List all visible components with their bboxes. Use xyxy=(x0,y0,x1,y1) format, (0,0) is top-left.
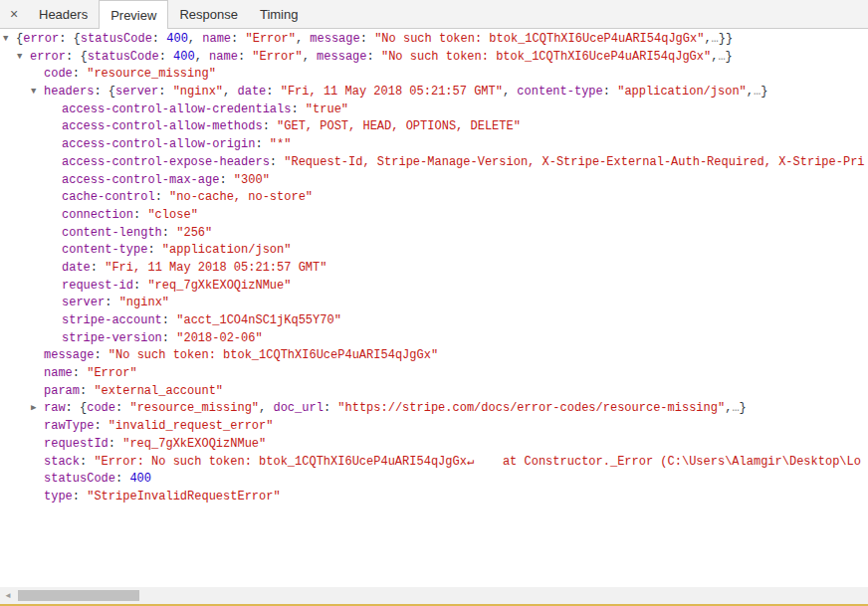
json-string: "StripeInvalidRequestError" xyxy=(87,490,280,504)
json-key: content-type xyxy=(517,85,602,99)
tree-row[interactable]: stripe-version: "2018-02-06" xyxy=(0,330,868,348)
json-key: content-length xyxy=(62,226,162,240)
json-punct: : xyxy=(162,331,176,345)
tree-row[interactable]: content-length: "256" xyxy=(0,225,868,243)
tree-row[interactable]: message: "No such token: btok_1CQThXI6Uc… xyxy=(0,347,868,365)
horizontal-scrollbar[interactable]: ◄ xyxy=(0,587,868,604)
json-string: "Request-Id, Stripe-Manage-Version, X-St… xyxy=(284,155,864,169)
json-punct: , xyxy=(503,85,517,99)
json-punct: : xyxy=(324,401,337,415)
json-punct: : { xyxy=(94,85,115,99)
tree-row[interactable]: request-id: "req_7gXkEXOQizNMue" xyxy=(0,278,868,296)
tree-row[interactable]: stack: "Error: No such token: btok_1CQTh… xyxy=(0,454,868,472)
json-punct: : xyxy=(73,366,87,380)
tab-response[interactable]: Response xyxy=(168,0,249,28)
expander-down-icon[interactable]: ▼ xyxy=(17,49,30,67)
scroll-left-arrow-icon[interactable]: ◄ xyxy=(4,591,12,600)
json-key: headers xyxy=(44,85,94,99)
json-key: doc_url xyxy=(273,401,323,415)
json-key: code xyxy=(87,401,115,415)
json-punct: : xyxy=(219,173,233,187)
json-ellipsis: … xyxy=(712,32,719,46)
json-punct: , xyxy=(259,401,273,415)
json-punct: : xyxy=(603,85,617,99)
devtools-network-detail-pane: × Headers Preview Response Timing ▼{erro… xyxy=(0,0,868,606)
expander-down-icon[interactable]: ▼ xyxy=(31,84,44,101)
tree-row[interactable]: code: "resource_missing" xyxy=(0,66,868,84)
json-punct: : xyxy=(266,85,280,99)
json-punct: : xyxy=(367,50,381,64)
json-string: "No such token: btok_1CQThXI6UceP4uARI54… xyxy=(108,348,438,362)
json-string: "No such token: btok_1CQThXI6UceP4uARI54… xyxy=(381,50,711,64)
json-string: "invalid_request_error" xyxy=(108,419,274,433)
json-string: "Error" xyxy=(87,366,136,380)
tree-row[interactable]: stripe-account: "acct_1CO4nSC1jKq55Y70" xyxy=(0,312,868,330)
json-key: stripe-version xyxy=(62,331,162,345)
tree-row[interactable]: rawType: "invalid_request_error" xyxy=(0,418,868,436)
tree-row[interactable]: statusCode: 400 xyxy=(0,471,868,489)
tree-row[interactable]: server: "nginx" xyxy=(0,295,868,312)
json-key: content-type xyxy=(62,243,147,257)
json-key: statusCode xyxy=(88,50,159,64)
tree-row[interactable]: cache-control: "no-cache, no-store" xyxy=(0,189,868,207)
tree-row[interactable]: connection: "close" xyxy=(0,207,868,225)
json-punct: , xyxy=(303,50,317,64)
tree-row[interactable]: ▶raw: {code: "resource_missing", doc_url… xyxy=(0,400,868,418)
close-icon[interactable]: × xyxy=(0,0,28,28)
json-key: cache-control xyxy=(62,190,155,204)
json-punct: : xyxy=(270,155,284,169)
json-key: server xyxy=(62,296,105,309)
json-string: "nginx" xyxy=(119,296,169,309)
tree-row[interactable]: access-control-expose-headers: "Request-… xyxy=(0,154,868,172)
json-string: "acct_1CO4nSC1jKq55Y70" xyxy=(176,313,341,327)
json-string: "Error: No such token: btok_1CQThXI6UceP… xyxy=(94,455,861,469)
json-ellipsis: … xyxy=(718,50,725,64)
scroll-thumb[interactable] xyxy=(18,590,139,601)
tab-timing[interactable]: Timing xyxy=(249,0,310,28)
json-string: "Fri, 11 May 2018 05:21:57 GMT" xyxy=(105,261,326,275)
json-punct: , xyxy=(188,32,202,46)
tree-row[interactable]: access-control-allow-origin: "*" xyxy=(0,136,868,154)
json-key: request-id xyxy=(62,279,133,293)
json-string: "*" xyxy=(270,137,292,151)
json-key: name xyxy=(209,50,238,64)
tree-row[interactable]: ▼error: {statusCode: 400, name: "Error",… xyxy=(0,49,868,67)
json-punct: } xyxy=(760,85,767,99)
json-key: access-control-expose-headers xyxy=(62,155,270,169)
json-punct: : xyxy=(263,119,277,133)
json-string: "resource_missing" xyxy=(129,401,259,415)
json-key: error xyxy=(23,32,59,46)
json-punct: , xyxy=(223,85,237,99)
json-key: statusCode xyxy=(81,32,152,46)
json-string: "No such token: btok_1CQThXI6UceP4uARI54… xyxy=(374,32,704,46)
tree-row[interactable]: requestId: "req_7gXkEXOQizNMue" xyxy=(0,436,868,454)
tree-row[interactable]: param: "external_account" xyxy=(0,383,868,401)
json-string: "GET, POST, HEAD, OPTIONS, DELETE" xyxy=(277,119,521,133)
expander-down-icon[interactable]: ▼ xyxy=(3,31,16,49)
tree-row[interactable]: content-type: "application/json" xyxy=(0,242,868,260)
json-punct: : xyxy=(255,137,269,151)
json-string: "req_7gXkEXOQizNMue" xyxy=(147,279,291,293)
json-key: access-control-allow-methods xyxy=(62,119,263,133)
json-punct: : xyxy=(94,419,108,433)
json-punct: : { xyxy=(66,401,88,415)
json-string: "resource_missing" xyxy=(87,67,216,81)
tab-preview[interactable]: Preview xyxy=(99,0,168,29)
tree-row[interactable]: date: "Fri, 11 May 2018 05:21:57 GMT" xyxy=(0,260,868,278)
devtools-tabbar: × Headers Preview Response Timing xyxy=(0,0,868,29)
tab-headers[interactable]: Headers xyxy=(28,0,99,28)
tree-row[interactable]: access-control-max-age: "300" xyxy=(0,172,868,190)
tree-row[interactable]: ▼headers: {server: "nginx", date: "Fri, … xyxy=(0,84,868,101)
json-key: raw xyxy=(44,401,66,415)
tree-row[interactable]: access-control-allow-methods: "GET, POST… xyxy=(0,118,868,136)
tree-row[interactable]: name: "Error" xyxy=(0,365,868,383)
expander-right-icon[interactable]: ▶ xyxy=(31,400,44,418)
tree-row[interactable]: type: "StripeInvalidRequestError" xyxy=(0,489,868,506)
json-string: "2018-02-06" xyxy=(176,331,262,345)
tree-row[interactable]: ▼{error: {statusCode: 400, name: "Error"… xyxy=(0,31,868,49)
json-punct: : xyxy=(158,85,172,99)
json-key: message xyxy=(310,32,359,46)
tree-row[interactable]: access-control-allow-credentials: "true" xyxy=(0,101,868,119)
json-punct: : xyxy=(155,190,169,204)
json-punct: } xyxy=(740,401,747,415)
